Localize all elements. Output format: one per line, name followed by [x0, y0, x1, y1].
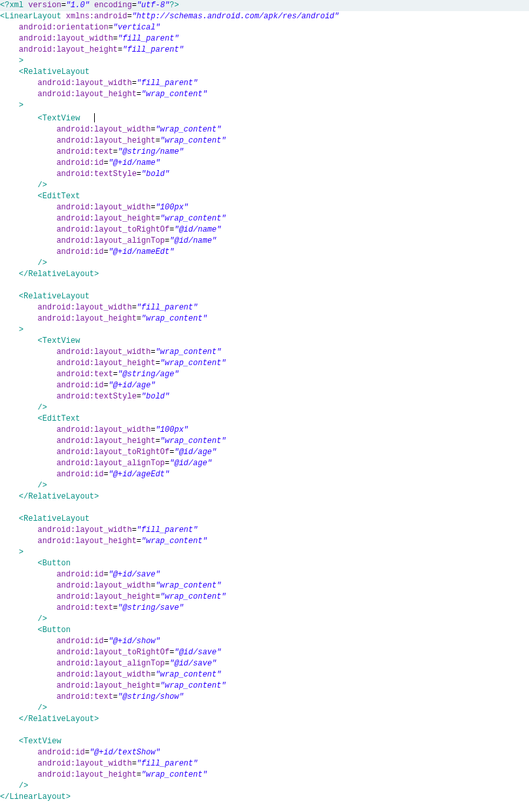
rl1-open: <RelativeLayout: [19, 67, 90, 77]
tag-selfclose: />: [19, 781, 28, 790]
val-et1-width: "100px": [156, 203, 188, 212]
rl1-close: </RelativeLayout>: [19, 270, 99, 279]
attr-bt2-text: android:text: [56, 692, 112, 701]
attr-bt1-id: android:id: [56, 570, 103, 579]
attr-tv2-width: android:layout_width: [56, 347, 150, 357]
val-rl3-width: "fill_parent": [137, 525, 198, 535]
attr-tv1-textstyle: android:textStyle: [56, 169, 136, 179]
val-rl1-height: "wrap_content": [141, 90, 207, 99]
rl3-open: <RelativeLayout: [19, 514, 90, 523]
attr-et2-width: android:layout_width: [56, 425, 150, 434]
val-rl1-width: "fill_parent": [137, 79, 198, 88]
linearlayout-close: </LinearLayout>: [0, 792, 71, 802]
attr-bt2-aligntop: android:layout_alignTop: [56, 659, 165, 668]
attr-bt1-height: android:layout_height: [56, 592, 155, 601]
tag-selfclose: />: [38, 403, 47, 412]
tag-selfclose: />: [38, 703, 47, 713]
rl2-open: <RelativeLayout: [19, 292, 90, 301]
attr-tv1-height: android:layout_height: [56, 136, 155, 145]
val-bt2-aligntop: "@id/save": [169, 659, 216, 668]
attr-tv1-width: android:layout_width: [56, 125, 150, 134]
tag-bracket: >: [19, 325, 24, 334]
attr-encoding: encoding: [94, 1, 132, 10]
xml-declaration-line: <?xml version="1.0" encoding="utf-8"?>: [0, 0, 529, 11]
tv3-open: <TextView: [19, 737, 61, 746]
attr-orientation: android:orientation: [19, 23, 109, 32]
text-cursor-icon: [94, 113, 95, 122]
val-bt2-height: "wrap_content": [160, 681, 226, 690]
attr-et2-rightof: android:layout_toRightOf: [56, 448, 169, 457]
xml-code-block: <?xml version="1.0" encoding="utf-8"?><L…: [0, 0, 529, 803]
val-tv2-textstyle: "bold": [141, 392, 169, 401]
val-tv2-height: "wrap_content": [160, 359, 226, 368]
val-rl2-height: "wrap_content": [141, 314, 207, 323]
attr-bt1-width: android:layout_width: [56, 581, 150, 590]
val-tv1-height: "wrap_content": [160, 136, 226, 145]
rl3-close: </RelativeLayout>: [19, 715, 99, 724]
attr-et2-id: android:id: [56, 470, 103, 479]
val-bt1-id: "@+id/save": [109, 570, 160, 579]
val-encoding: "utf-8": [137, 1, 169, 10]
attr-rl3-width: android:layout_width: [38, 525, 132, 535]
et1-open: <EditText: [38, 192, 80, 201]
attr-et2-aligntop: android:layout_alignTop: [56, 459, 165, 468]
attr-rl1-width: android:layout_width: [38, 79, 132, 88]
attr-version: version: [28, 1, 61, 10]
val-xmlns: "http://schemas.android.com/apk/res/andr…: [132, 12, 339, 21]
pi-open: <?: [0, 1, 9, 10]
attr-bt2-width: android:layout_width: [56, 670, 150, 679]
tag-bracket: >: [19, 56, 24, 65]
tag-selfclose: />: [38, 481, 47, 490]
val-rl3-height: "wrap_content": [141, 537, 207, 546]
val-et2-rightof: "@id/age": [174, 448, 216, 457]
val-bt1-text: "@string/save": [118, 603, 184, 612]
bt1-open: <Button: [38, 559, 71, 568]
attr-et1-width: android:layout_width: [56, 203, 150, 212]
attr-tv3-height: android:layout_height: [38, 770, 137, 779]
attr-tv1-text: android:text: [56, 147, 112, 156]
tag-selfclose: />: [38, 258, 47, 268]
bt2-open: <Button: [38, 626, 71, 635]
val-bt2-width: "wrap_content": [156, 670, 222, 679]
val-ll-width: "fill_parent": [118, 34, 179, 43]
attr-bt2-height: android:layout_height: [56, 681, 155, 690]
attr-tv2-height: android:layout_height: [56, 359, 155, 368]
tag-selfclose: />: [38, 181, 47, 190]
attr-tv2-id: android:id: [56, 381, 103, 390]
attr-tv3-width: android:layout_width: [38, 759, 132, 768]
val-tv1-id: "@+id/name": [109, 158, 160, 168]
attr-ll-width: android:layout_width: [19, 34, 113, 43]
val-bt1-height: "wrap_content": [160, 592, 226, 601]
attr-et1-id: android:id: [56, 247, 103, 256]
attr-bt1-text: android:text: [56, 603, 112, 612]
val-et2-id: "@+id/ageEdt": [109, 470, 170, 479]
val-version: "1.0": [66, 1, 90, 10]
tag-bracket: >: [19, 548, 24, 557]
val-rl2-width: "fill_parent": [137, 303, 198, 312]
rl2-close: </RelativeLayout>: [19, 492, 99, 501]
val-et2-height: "wrap_content": [160, 436, 226, 446]
attr-bt2-id: android:id: [56, 637, 103, 646]
tv2-open: <TextView: [38, 336, 80, 345]
val-bt2-rightof: "@id/save": [174, 648, 221, 657]
attr-tv1-id: android:id: [56, 158, 103, 168]
attr-ll-height: android:layout_height: [19, 45, 118, 54]
et2-open: <EditText: [38, 414, 80, 423]
val-ll-height: "fill_parent": [122, 45, 184, 54]
val-et2-aligntop: "@id/age": [169, 459, 212, 468]
xml-keyword: xml: [9, 1, 24, 10]
tag-bracket: >: [19, 101, 24, 110]
tv1-open: <TextView: [38, 114, 80, 123]
val-bt1-width: "wrap_content": [156, 581, 222, 590]
attr-rl2-width: android:layout_width: [38, 303, 132, 312]
val-et1-aligntop: "@id/name": [169, 236, 216, 245]
linearlayout-open: <LinearLayout: [0, 12, 61, 21]
attr-tv2-text: android:text: [56, 370, 112, 379]
val-tv3-height: "wrap_content": [141, 770, 207, 779]
val-et1-rightof: "@id/name": [174, 225, 221, 234]
val-tv2-text: "@string/age": [118, 370, 179, 379]
val-tv3-width: "fill_parent": [137, 759, 198, 768]
val-tv2-id: "@+id/age": [109, 381, 156, 390]
attr-et2-height: android:layout_height: [56, 436, 155, 446]
val-tv1-textstyle: "bold": [141, 169, 169, 179]
